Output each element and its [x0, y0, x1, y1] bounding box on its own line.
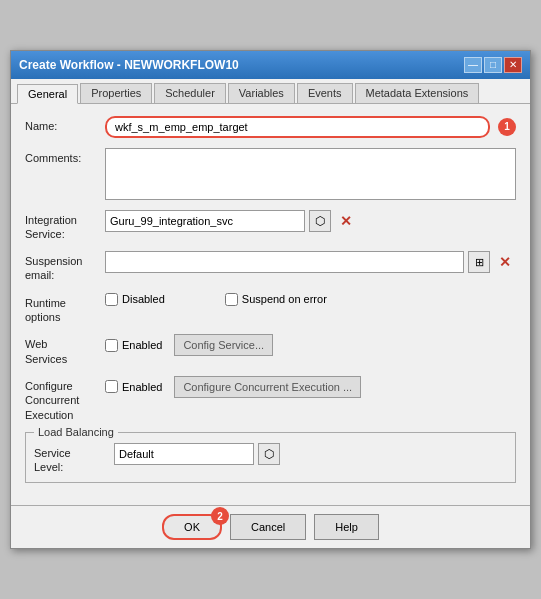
- main-window: Create Workflow - NEWWORKFLOW10 — □ ✕ Ge…: [10, 50, 531, 550]
- grid-icon: ⊞: [475, 256, 484, 269]
- comments-label: Comments:: [25, 148, 105, 165]
- suspension-email-row: Suspension email: ⊞ ✕: [25, 251, 516, 283]
- integration-service-browse-button[interactable]: ⬡: [309, 210, 331, 232]
- window-title: Create Workflow - NEWWORKFLOW10: [19, 58, 239, 72]
- integration-service-control: ⬡ ✕: [105, 210, 516, 232]
- service-level-label: Service Level:: [34, 443, 114, 475]
- web-services-row: Web Services Enabled Config Service...: [25, 334, 516, 366]
- runtime-options-label: Runtime options: [25, 293, 105, 325]
- x-red-icon: ✕: [340, 213, 352, 229]
- integration-service-row: Integration Service: ⬡ ✕: [25, 210, 516, 242]
- footer: OK 2 Cancel Help: [11, 505, 530, 548]
- ok-badge: 2: [211, 507, 229, 525]
- form-content: Name: 1 Comments: Integration Service: ⬡: [11, 104, 530, 506]
- load-balancing-section: Load Balancing Service Level: ⬡: [25, 432, 516, 484]
- config-service-button[interactable]: Config Service...: [174, 334, 273, 356]
- suspension-email-control: ⊞ ✕: [105, 251, 516, 273]
- comments-control: [105, 148, 516, 200]
- help-button[interactable]: Help: [314, 514, 379, 540]
- cc-enabled-option: Enabled: [105, 380, 162, 393]
- disabled-checkbox[interactable]: [105, 293, 118, 306]
- load-balancing-legend: Load Balancing: [34, 426, 118, 438]
- web-services-label: Web Services: [25, 334, 105, 366]
- comments-textarea[interactable]: [105, 148, 516, 200]
- suspend-on-error-checkbox[interactable]: [225, 293, 238, 306]
- name-input[interactable]: [105, 116, 490, 138]
- web-services-control: Enabled Config Service...: [105, 334, 516, 356]
- configure-concurrent-control: Enabled Configure Concurrent Execution .…: [105, 376, 516, 398]
- minimize-button[interactable]: —: [464, 57, 482, 73]
- configure-concurrent-label: Configure Concurrent Execution: [25, 376, 105, 422]
- tab-events[interactable]: Events: [297, 83, 353, 103]
- maximize-button[interactable]: □: [484, 57, 502, 73]
- suspend-on-error-option: Suspend on error: [225, 293, 327, 306]
- suspension-email-input[interactable]: [105, 251, 464, 273]
- integration-service-input[interactable]: [105, 210, 305, 232]
- title-bar: Create Workflow - NEWWORKFLOW10 — □ ✕: [11, 51, 530, 79]
- name-row: Name: 1: [25, 116, 516, 138]
- suspend-on-error-label: Suspend on error: [242, 293, 327, 305]
- service-level-browse-button[interactable]: ⬡: [258, 443, 280, 465]
- x-red-icon2: ✕: [499, 254, 511, 270]
- runtime-options-control: Disabled Suspend on error: [105, 293, 516, 306]
- cube-icon2: ⬡: [264, 447, 274, 461]
- integration-service-label: Integration Service:: [25, 210, 105, 242]
- suspension-email-label: Suspension email:: [25, 251, 105, 283]
- cc-enabled-checkbox[interactable]: [105, 380, 118, 393]
- disabled-label: Disabled: [122, 293, 165, 305]
- integration-service-clear-button[interactable]: ✕: [335, 210, 357, 232]
- tab-scheduler[interactable]: Scheduler: [154, 83, 226, 103]
- ws-enabled-option: Enabled: [105, 339, 162, 352]
- tab-variables[interactable]: Variables: [228, 83, 295, 103]
- ws-enabled-label: Enabled: [122, 339, 162, 351]
- configure-concurrent-row: Configure Concurrent Execution Enabled C…: [25, 376, 516, 422]
- suspension-email-clear-button[interactable]: ✕: [494, 251, 516, 273]
- cancel-button[interactable]: Cancel: [230, 514, 306, 540]
- comments-row: Comments:: [25, 148, 516, 200]
- name-badge: 1: [498, 118, 516, 136]
- cube-icon: ⬡: [315, 214, 325, 228]
- ok-button[interactable]: OK 2: [162, 514, 222, 540]
- service-level-control: ⬡: [114, 443, 507, 465]
- config-concurrent-button[interactable]: Configure Concurrent Execution ...: [174, 376, 361, 398]
- tabs-bar: General Properties Scheduler Variables E…: [11, 79, 530, 104]
- runtime-options-row: Runtime options Disabled Suspend on erro…: [25, 293, 516, 325]
- service-level-input[interactable]: [114, 443, 254, 465]
- name-control: 1: [105, 116, 516, 138]
- name-label: Name:: [25, 116, 105, 133]
- title-controls: — □ ✕: [464, 57, 522, 73]
- service-level-row: Service Level: ⬡: [34, 443, 507, 475]
- tab-metadata-extensions[interactable]: Metadata Extensions: [355, 83, 480, 103]
- tab-properties[interactable]: Properties: [80, 83, 152, 103]
- ws-enabled-checkbox[interactable]: [105, 339, 118, 352]
- cc-enabled-label: Enabled: [122, 381, 162, 393]
- tab-general[interactable]: General: [17, 84, 78, 104]
- suspension-email-browse-button[interactable]: ⊞: [468, 251, 490, 273]
- ok-label: OK: [184, 521, 200, 533]
- disabled-option: Disabled: [105, 293, 165, 306]
- close-button[interactable]: ✕: [504, 57, 522, 73]
